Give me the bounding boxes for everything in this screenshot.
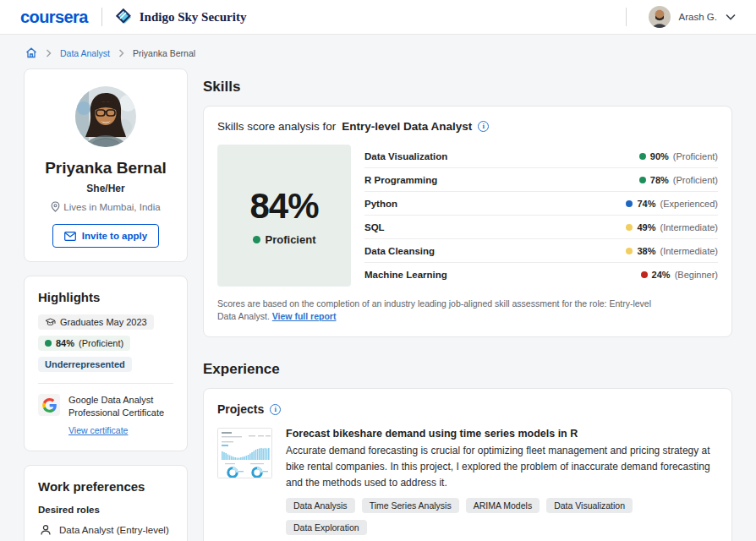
person-icon [40,524,52,536]
top-header: coursera Indigo Sky Security Arash G. [0,0,756,35]
view-certificate-link[interactable]: View certificate [68,425,128,435]
skill-level: (Beginner) [675,270,718,280]
info-icon[interactable]: i [270,404,281,415]
skills-section-title: Skills [203,79,732,96]
projects-title: Projects [217,402,264,416]
score-badge: 84% (Proficient) [38,336,130,351]
skill-list: Data Visualization 90%(Proficient) R Pro… [364,145,718,287]
invite-to-apply-label: Invite to apply [82,231,147,241]
skill-level-dot [626,224,633,231]
home-icon[interactable] [25,47,37,58]
work-preferences-title: Work preferences [38,479,173,494]
user-avatar[interactable] [649,6,671,28]
certificate-name: Google Data Analyst Professional Certifi… [68,394,173,420]
skill-name: R Programming [364,175,437,185]
underrepresented-badge: Underrepresented [38,357,132,372]
skill-row: Data Cleansing 38%(Intermediate) [364,239,718,263]
skill-name: Data Cleansing [364,246,435,256]
tag: Time Series Analysis [362,498,459,513]
coursera-logo[interactable]: coursera [20,8,88,27]
view-full-report-link[interactable]: View full report [272,311,337,321]
envelope-icon [64,232,76,241]
skill-pct: 78% [650,175,669,185]
skill-level-dot [641,271,648,278]
company-name: Indigo Sky Security [140,10,247,25]
project-item: Forecast bikeshare demand using time ser… [217,428,718,541]
skill-level-dot [639,153,646,160]
desired-roles-label: Desired roles [38,505,173,515]
candidate-location: Lives in Mumbai, India [38,201,173,212]
skill-row: R Programming 78%(Proficient) [364,168,718,192]
desired-role-text: Data Analyst (Entry-level) [59,525,169,535]
location-pin-icon [51,201,60,212]
project-description: Accurate demand forecasting is crucial f… [286,443,718,490]
skill-level-dot [639,177,646,183]
skills-card-title-role: Entry-level Data Analyst [342,120,472,133]
project-tags: Data Analysis Time Series Analysis ARIMA… [286,498,718,535]
profile-card: Priyanka Bernal She/Her Lives in Mumbai,… [24,68,188,262]
skill-row: Machine Learning 24%(Beginner) [364,263,718,287]
skill-name: SQL [364,222,385,232]
desired-role-row: Data Analyst (Entry-level) [38,524,173,536]
tag: Data Exploration [286,520,367,535]
experience-section-title: Experience [203,361,732,378]
skill-level: (Proficient) [673,151,718,161]
tag: Data Visualization [546,498,633,513]
breadcrumb-current: Priyanka Bernal [133,48,195,58]
highlights-title: Highlights [38,290,173,304]
skill-level-dot [626,248,633,254]
projects-card: Projects i [203,388,732,541]
candidate-name: Priyanka Bernal [38,159,173,178]
tag: ARIMA Models [466,498,540,513]
header-divider [101,8,102,26]
skill-pct: 38% [637,246,655,256]
breadcrumb-separator [46,49,52,57]
skill-pct: 49% [637,222,655,232]
skills-card: Skills score analysis for Entry-level Da… [203,106,732,337]
skill-name: Data Visualization [364,151,447,161]
candidate-photo [75,86,136,147]
info-icon[interactable]: i [478,121,489,132]
work-preferences-card: Work preferences Desired roles Data Anal… [24,465,188,541]
google-logo-icon [38,394,60,416]
skill-row: SQL 49%(Intermediate) [364,216,718,239]
header-divider-right [626,8,627,26]
overall-level-label: Proficient [266,233,316,246]
score-badge-value: 84% [56,338,74,348]
proficient-dot [45,340,52,347]
graduation-cap-icon [45,318,56,327]
chevron-down-icon[interactable] [726,14,736,20]
tag: Data Analysis [286,498,355,513]
user-name[interactable]: Arash G. [679,12,717,22]
project-thumbnail[interactable] [217,428,272,478]
highlights-card: Highlights Graduates May 2023 84% (Profi… [24,276,188,451]
certificate-row: Google Data Analyst Professional Certifi… [38,394,173,437]
breadcrumb-link-data-analyst[interactable]: Data Analyst [60,48,110,58]
highlights-divider [38,383,173,384]
breadcrumb: Data Analyst Priyanka Bernal [0,35,756,68]
invite-to-apply-button[interactable]: Invite to apply [52,224,159,248]
project-title: Forecast bikeshare demand using time ser… [286,428,718,440]
overall-level-dot [253,236,260,243]
skills-footnote: Scores are based on the completion of an… [217,298,666,323]
skill-level: (Experienced) [660,199,718,209]
graduate-badge: Graduates May 2023 [38,314,154,330]
overall-score-panel: 84% Proficient [217,145,351,287]
skill-name: Python [364,199,397,209]
skill-level: (Intermediate) [660,246,718,256]
skill-row: Python 74%(Experienced) [364,192,718,216]
skill-level: (Proficient) [673,175,718,185]
candidate-pronouns: She/Her [38,183,173,194]
skill-level: (Intermediate) [660,222,718,232]
skill-level-dot [626,200,633,207]
skill-pct: 24% [652,270,671,280]
skills-card-title-prefix: Skills score analysis for [217,120,336,133]
score-badge-level: (Proficient) [79,338,123,348]
candidate-location-text: Lives in Mumbai, India [63,202,160,212]
skill-pct: 74% [637,199,655,209]
skill-row: Data Visualization 90%(Proficient) [364,145,718,168]
skill-pct: 90% [650,151,669,161]
company-diamond-icon [116,8,133,25]
overall-score: 84% [249,186,318,227]
company-brand: Indigo Sky Security [116,8,247,25]
